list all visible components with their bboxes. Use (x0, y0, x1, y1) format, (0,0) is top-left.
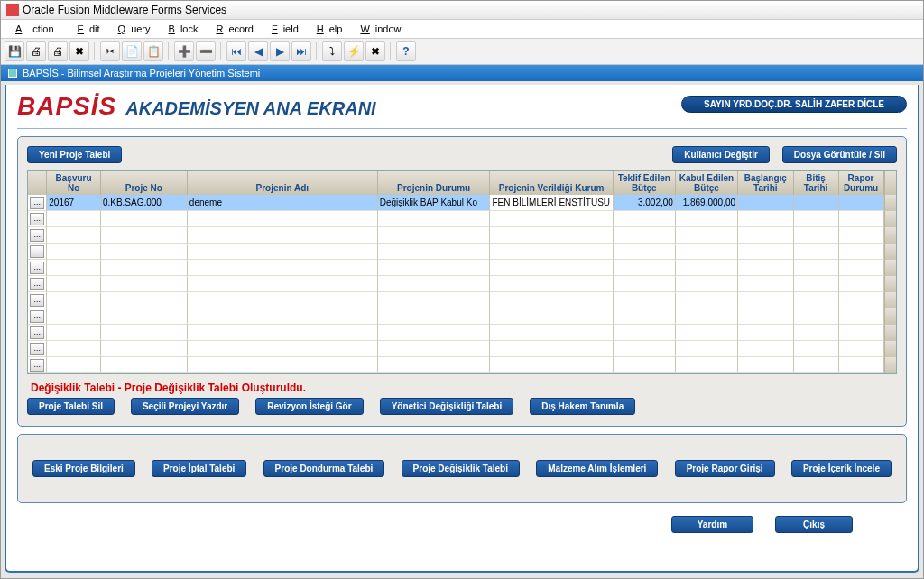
kullanici-degistir-button[interactable]: Kullanıcı Değiştir (672, 146, 770, 163)
table-row[interactable]: ... (28, 276, 896, 292)
secili-projeyi-yazdir-button[interactable]: Seçili Projeyi Yazdır (131, 398, 239, 415)
exit-icon[interactable]: ✖ (69, 41, 89, 61)
col-teklif: Teklif Edilen Bütçe (614, 171, 676, 195)
scrollbar[interactable] (884, 325, 896, 341)
table-row[interactable]: ... (28, 325, 896, 341)
row-expand-button[interactable]: ... (30, 229, 44, 242)
row-expand-button[interactable]: ... (30, 197, 44, 209)
row-expand-button[interactable]: ... (30, 278, 44, 290)
menu-window[interactable]: Window (349, 22, 406, 36)
dis-hakem-tanimla-button[interactable]: Dış Hakem Tanımla (530, 398, 635, 415)
yonetici-degisikligi-button[interactable]: Yönetici Değişikliği Talebi (380, 398, 514, 415)
yardim-button[interactable]: Yardım (671, 516, 753, 533)
menu-block[interactable]: Block (158, 22, 204, 36)
cell-rapor[interactable] (839, 195, 884, 211)
dosya-goruntule-button[interactable]: Dosya Görüntüle / Sil (782, 146, 897, 163)
cell-basvuru[interactable]: 20167 (47, 195, 101, 211)
enter-query-icon[interactable]: ⤵ (322, 41, 342, 61)
projects-panel: Yeni Proje Talebi Kullanıcı Değiştir Dos… (17, 136, 907, 427)
content-outer: BAPSİS AKADEMİSYEN ANA EKRANI SAYIN YRD.… (1, 81, 923, 578)
table-row[interactable]: ... (28, 211, 896, 227)
cell-bitis[interactable] (794, 195, 839, 211)
proje-degisiklik-talebi-button[interactable]: Proje Değişiklik Talebi (402, 460, 520, 477)
scrollbar[interactable] (884, 211, 896, 227)
eski-proje-bilgileri-button[interactable]: Eski Proje Bilgileri (32, 460, 135, 477)
scrollbar[interactable] (884, 341, 896, 357)
copy-icon[interactable]: 📄 (122, 41, 142, 61)
row-expand-button[interactable]: ... (30, 359, 44, 372)
menu-edit[interactable]: Edit (67, 22, 106, 36)
col-kurum: Projenin Verildiği Kurum (490, 171, 613, 195)
cell-proje-adi[interactable]: deneme (188, 195, 378, 211)
scrollbar[interactable] (884, 357, 896, 373)
print-icon[interactable]: 🖨 (26, 41, 46, 61)
scrollbar[interactable] (884, 308, 896, 325)
proje-rapor-girisi-button[interactable]: Proje Rapor Girişi (675, 460, 775, 477)
app-window: Oracle Fusion Middleware Forms Services … (0, 0, 924, 579)
col-basvuru: Başvuru No (47, 171, 101, 195)
table-row[interactable]: ... (28, 227, 896, 244)
menu-record[interactable]: Record (205, 22, 258, 36)
table-row[interactable]: ... (28, 308, 896, 325)
next-record-icon[interactable]: ▶ (270, 41, 290, 61)
revizyon-istegi-gor-button[interactable]: Revizyon İsteği Gör (255, 398, 363, 415)
menu-action[interactable]: Action (5, 22, 65, 36)
projects-table: Başvuru No Proje No Projenin Adı Projeni… (27, 170, 897, 374)
cell-kurum[interactable]: FEN BİLİMLERİ ENSTİTÜSÜ (490, 195, 613, 211)
help-icon[interactable]: ? (396, 41, 416, 61)
cell-kabul[interactable]: 1.869.000,00 (676, 195, 738, 211)
separator (220, 42, 222, 60)
cikis-button[interactable]: Çıkış (775, 516, 853, 533)
table-row[interactable]: ... (28, 341, 896, 357)
scrollbar[interactable] (884, 195, 896, 211)
scrollbar[interactable] (884, 292, 896, 308)
execute-query-icon[interactable]: ⚡ (344, 41, 364, 61)
col-expand (28, 171, 47, 195)
table-row[interactable]: ... 20167 0.KB.SAG.000 deneme Değişiklik… (28, 195, 896, 211)
cell-proje-no[interactable]: 0.KB.SAG.000 (101, 195, 188, 211)
proje-iptal-talebi-button[interactable]: Proje İptal Talebi (152, 460, 246, 477)
scrollbar[interactable] (884, 276, 896, 292)
paste-icon[interactable]: 📋 (143, 41, 163, 61)
cell-teklif[interactable]: 3.002,00 (614, 195, 676, 211)
print-setup-icon[interactable]: 🖨 (48, 41, 68, 61)
oracle-icon (6, 4, 19, 16)
row-expand-button[interactable]: ... (30, 213, 44, 225)
last-record-icon[interactable]: ⏭ (291, 41, 311, 61)
row-expand-button[interactable]: ... (30, 310, 44, 323)
cell-baslangic[interactable] (738, 195, 794, 211)
table-row[interactable]: ... (28, 292, 896, 308)
table-row[interactable]: ... (28, 244, 896, 260)
prev-record-icon[interactable]: ◀ (248, 41, 268, 61)
proje-talebi-sil-button[interactable]: Proje Talebi Sil (27, 398, 115, 415)
malzeme-alim-button[interactable]: Malzeme Alım İşlemleri (536, 460, 658, 477)
divider (17, 128, 907, 129)
cut-icon[interactable]: ✂ (100, 41, 120, 61)
cell-durum[interactable]: Değişiklik BAP Kabul Ko (378, 195, 491, 211)
scrollbar[interactable] (884, 244, 896, 260)
scrollbar[interactable] (884, 227, 896, 244)
row-expand-button[interactable]: ... (30, 326, 44, 339)
row-expand-button[interactable]: ... (30, 262, 44, 274)
delete-record-icon[interactable]: ➖ (196, 41, 216, 61)
first-record-icon[interactable]: ⏮ (226, 41, 246, 61)
proje-dondurma-talebi-button[interactable]: Proje Dondurma Talebi (263, 460, 385, 477)
table-row[interactable]: ... (28, 357, 896, 373)
menu-field[interactable]: Field (261, 22, 304, 36)
proje-icerik-incele-button[interactable]: Proje İçerik İncele (791, 460, 892, 477)
scrollbar[interactable] (884, 260, 896, 276)
scrollbar[interactable] (884, 171, 896, 195)
save-icon[interactable]: 💾 (5, 41, 24, 61)
menubar: Action Edit Query Block Record Field Hel… (1, 20, 923, 39)
menu-query[interactable]: Query (107, 22, 156, 36)
cancel-query-icon[interactable]: ✖ (365, 41, 385, 61)
new-record-icon[interactable]: ➕ (174, 41, 194, 61)
table-row[interactable]: ... (28, 260, 896, 276)
menu-help[interactable]: Help (306, 22, 348, 36)
col-rapor: Rapor Durumu (839, 171, 884, 195)
row-expand-button[interactable]: ... (30, 245, 44, 258)
page-title: AKADEMİSYEN ANA EKRANI (125, 98, 375, 119)
yeni-proje-button[interactable]: Yeni Proje Talebi (27, 146, 122, 163)
row-expand-button[interactable]: ... (30, 343, 44, 355)
row-expand-button[interactable]: ... (30, 294, 44, 307)
